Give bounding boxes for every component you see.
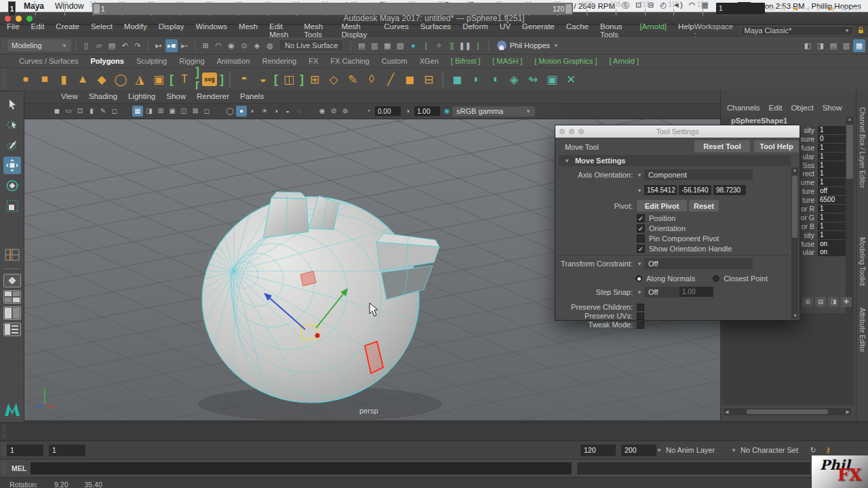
coordinate-field[interactable]: -56.1640 [679, 185, 711, 195]
auto-keyframe-icon[interactable]: ⚷ [822, 444, 834, 457]
channel-box-menu-item[interactable]: Channels [727, 104, 760, 112]
playback-start-field[interactable]: 1 [49, 445, 85, 456]
last-tool-slot[interactable] [3, 246, 21, 264]
channel-box-node-name[interactable]: pSphereShape1 [731, 117, 787, 125]
command-line-grip[interactable] [1, 462, 6, 475]
channel-value-field[interactable]: 1 [818, 222, 846, 230]
checkbox[interactable] [637, 321, 644, 329]
fill-hole-icon[interactable]: ⊞ [307, 71, 323, 87]
grid-icon[interactable]: ▦ [132, 106, 143, 117]
shelf-tab[interactable]: XGen [420, 57, 439, 65]
layer-editor-area[interactable] [722, 313, 854, 405]
poly-text-icon[interactable]: T [176, 71, 193, 87]
lights-icon[interactable]: ☀ [259, 106, 270, 117]
view-transform-selector[interactable]: sRGB gamma ▼ [452, 106, 535, 117]
layout-four-pane-button[interactable] [3, 290, 21, 304]
playback-options-icon[interactable]: ↻ [807, 444, 819, 457]
multi-cut-icon[interactable]: ╱ [382, 71, 399, 87]
shelf-tab[interactable]: [ Arnold ] [610, 57, 639, 65]
panel-menu-item[interactable]: Renderer [197, 92, 229, 100]
range-slider[interactable]: 1 120 [92, 3, 573, 15]
channel-value-field[interactable]: 1 [818, 152, 846, 161]
tab-channel-box-layer-editor[interactable]: Channel Box / Layer Editor [859, 107, 866, 188]
channel-value-field[interactable]: off [818, 187, 846, 195]
current-time-marker[interactable]: 1 [8, 1, 16, 16]
chevron-down-icon[interactable]: ▼ [637, 188, 642, 194]
flatten-icon[interactable]: ▣ [544, 71, 560, 87]
timeline-tick[interactable]: 10 [36, 0, 65, 18]
layer-button-4[interactable]: ✚ [841, 297, 852, 307]
poly-plane-icon[interactable]: ◆ [94, 71, 110, 87]
exposure-field[interactable]: 0.00 [375, 106, 401, 116]
workspace-lock-icon[interactable] [858, 26, 864, 35]
checkbox-row[interactable]: Tweak Mode: [555, 321, 644, 329]
shelf-tab[interactable]: Rendering [262, 57, 296, 65]
new-scene-icon[interactable]: ▯ [80, 39, 92, 52]
menu-item[interactable]: Modify [124, 22, 147, 39]
menu-item[interactable]: Cache [566, 22, 589, 39]
menu-item[interactable]: Mesh Display [342, 22, 373, 39]
field-chart-icon[interactable]: ◫ [178, 106, 189, 117]
shelf-tab[interactable]: Custom [382, 57, 408, 65]
channel-value-field[interactable]: 1 [818, 144, 846, 152]
animation-end-field[interactable]: 200 [621, 445, 656, 456]
menu-item[interactable]: Display [159, 22, 184, 39]
select-tool-button[interactable] [3, 96, 21, 113]
render-settings-icon[interactable]: ▧ [394, 39, 406, 52]
channel-value-field[interactable]: 1 [818, 205, 846, 213]
select-object-icon[interactable]: ▸■ [165, 39, 178, 52]
bracket[interactable]: ] [472, 39, 484, 52]
edit-pivot-button[interactable]: Edit Pivot [637, 200, 687, 211]
checkbox-row[interactable]: ✓ Position [637, 214, 732, 222]
shelf-tab[interactable]: [ MASH ] [492, 57, 522, 65]
pinch-icon[interactable]: ↬ [525, 71, 541, 87]
bracket[interactable]: ][ [446, 39, 458, 52]
channel-box-menu-item[interactable]: Object [791, 104, 813, 112]
select-hierarchy-icon[interactable]: ▸▪ [153, 39, 165, 52]
poly-pipe-icon[interactable]: ▣ [151, 71, 167, 87]
menu-item[interactable]: Curves [384, 22, 408, 39]
open-scene-icon[interactable]: ▱ [93, 39, 105, 52]
menu-item[interactable]: Mesh Tools [304, 22, 330, 39]
checkbox[interactable] [637, 235, 645, 243]
safe-action-icon[interactable]: ⊠ [190, 106, 201, 117]
radio-button[interactable] [635, 275, 642, 282]
time-slider[interactable]: 5 10 15 20 25 [0, 422, 868, 441]
bracket[interactable]: [ [274, 71, 278, 87]
menu-item[interactable]: Create [56, 22, 79, 39]
lasso-select-tool-button[interactable] [3, 116, 21, 134]
timeline-tick[interactable]: 15 [65, 0, 94, 18]
separator[interactable] [442, 71, 443, 87]
channel-value-field[interactable]: 0 [818, 135, 846, 143]
step-back-key-button[interactable]: |◀ [789, 2, 800, 14]
play-forwards-button[interactable]: ▶ [814, 2, 825, 14]
channel-value-field[interactable]: 1 [818, 214, 846, 222]
timeline-tick[interactable]: 120 [674, 0, 703, 18]
bracket[interactable]: ] [300, 71, 304, 87]
tool-settings-titlebar[interactable]: Tool Settings [555, 125, 800, 138]
make-live-icon[interactable]: ◍ [264, 39, 276, 52]
checkbox-row[interactable]: Preserve Children: [555, 303, 644, 311]
bracket[interactable]: [ [420, 39, 432, 52]
menu-item[interactable]: Help [678, 22, 694, 39]
bookmark-icon[interactable]: ▮ [86, 106, 97, 117]
range-end-handle[interactable] [566, 4, 572, 14]
user-account-menu[interactable]: Phil Hoppes ▼ [493, 39, 563, 52]
exposure-icon[interactable]: ◔ [363, 106, 374, 117]
step-snap-amount-field[interactable]: 1.00 [679, 287, 713, 297]
layer-button-3[interactable]: ◨ [828, 297, 839, 307]
poly-cube-icon[interactable]: ■ [37, 71, 53, 87]
radio-row[interactable]: Closest Point [713, 274, 768, 283]
timeline-tick[interactable]: 115 [646, 0, 675, 18]
shelf-tab[interactable]: Rigging [179, 57, 204, 65]
freeze-icon[interactable]: ✕ [563, 71, 579, 87]
reset-pivot-button[interactable]: Reset [689, 200, 719, 211]
checkbox[interactable] [637, 312, 644, 320]
render-current-frame-icon[interactable]: ▥ [368, 39, 380, 52]
chevron-down-icon[interactable]: ▼ [637, 261, 642, 267]
channel-value-field[interactable]: 1 [818, 126, 846, 134]
shelf-tab[interactable]: [ Bifrost ] [451, 57, 480, 65]
tool-settings-window[interactable]: Tool Settings Move Tool Reset Tool Tool … [555, 125, 800, 321]
step-forward-frame-button[interactable]: ▶| [838, 2, 849, 14]
light-editor-icon[interactable]: ✧ [433, 39, 445, 52]
